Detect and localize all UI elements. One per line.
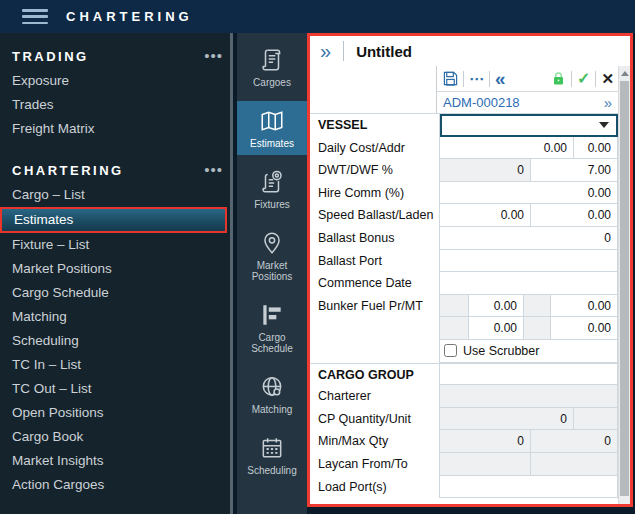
- row-laycan-from-to: Laycan From/To: [310, 453, 618, 476]
- top-bar: CHARTERING: [0, 0, 635, 33]
- lock-icon[interactable]: [551, 71, 566, 86]
- min-max-qty-label: Min/Max Qty: [310, 430, 439, 453]
- rail-label-scheduling: Scheduling: [247, 465, 296, 476]
- section-title-trading: TRADING: [12, 49, 204, 64]
- sidebar-item-exposure[interactable]: Exposure: [0, 69, 233, 93]
- cp-quantity-cell: 0: [440, 408, 574, 431]
- bunker-price-input-2[interactable]: 0.00: [551, 295, 618, 318]
- daily-cost-input[interactable]: 0.00: [440, 137, 574, 160]
- row-hire-comm: Hire Comm (%) 0.00: [310, 182, 618, 205]
- scroll-at-icon: [259, 169, 285, 195]
- cp-quantity-unit-label: CP Quantity/Unit: [310, 408, 439, 431]
- vessel-dropdown[interactable]: [440, 114, 618, 137]
- charterer-label: Charterer: [310, 385, 439, 408]
- sidebar-item-action-cargoes[interactable]: Action Cargoes: [0, 473, 233, 497]
- bunker-price-input-3[interactable]: 0.00: [469, 317, 524, 340]
- sidebar-item-fixture-list[interactable]: Fixture – List: [0, 233, 233, 257]
- rail-item-fixtures[interactable]: Fixtures: [237, 162, 307, 216]
- sidebar-item-tc-in-list[interactable]: TC In – List: [0, 353, 233, 377]
- bunker-price-input-4[interactable]: 0.00: [551, 317, 618, 340]
- chartering-menu-dots-icon[interactable]: •••: [204, 165, 223, 175]
- laycan-from-cell: [440, 453, 531, 476]
- dwf-percent-input[interactable]: 7.00: [531, 159, 618, 182]
- globe-icon: [259, 374, 285, 400]
- close-icon[interactable]: ✕: [601, 70, 614, 88]
- use-scrubber-checkbox[interactable]: [444, 344, 457, 357]
- sidebar-item-trades[interactable]: Trades: [0, 93, 233, 117]
- bunker-type-cell-4: [524, 317, 551, 340]
- panel-header: » Untitled: [310, 36, 630, 66]
- row-load-ports: Load Port(s): [310, 476, 618, 499]
- estimate-reference-link[interactable]: ADM-000218: [443, 95, 604, 110]
- sidebar-item-matching[interactable]: Matching: [0, 305, 233, 329]
- ballast-bonus-label: Ballast Bonus: [310, 227, 439, 250]
- addr-comm-input[interactable]: 0.00: [574, 137, 618, 160]
- dwt-readonly-cell: 0: [440, 159, 531, 182]
- row-ballast-bonus: Ballast Bonus 0: [310, 227, 618, 250]
- speed-ballast-laden-label: Speed Ballast/Laden: [310, 204, 439, 227]
- row-cp-quantity-unit: CP Quantity/Unit 0: [310, 408, 618, 431]
- hire-comm-input[interactable]: 0.00: [440, 182, 618, 205]
- rail-item-market-positions[interactable]: Market Positions: [237, 223, 307, 288]
- rail-item-scheduling[interactable]: Scheduling: [237, 428, 307, 482]
- max-qty-cell: 0: [531, 430, 618, 453]
- bunker-fuel-label-spacer: [310, 317, 439, 340]
- cargo-group-input[interactable]: [440, 364, 618, 386]
- ballast-port-input[interactable]: [440, 250, 618, 273]
- trading-menu-dots-icon[interactable]: •••: [204, 51, 223, 61]
- app-title: CHARTERING: [66, 9, 193, 24]
- sidebar-item-scheduling[interactable]: Scheduling: [0, 329, 233, 353]
- rail-item-cargoes[interactable]: Cargoes: [237, 40, 307, 94]
- ballast-port-label: Ballast Port: [310, 250, 439, 273]
- confirm-icon[interactable]: ✓: [577, 69, 590, 88]
- more-options-icon[interactable]: ⋯: [469, 75, 484, 83]
- row-ballast-port: Ballast Port: [310, 250, 618, 273]
- rail-label-fixtures: Fixtures: [254, 199, 290, 210]
- panel-scrollbar[interactable]: [618, 66, 630, 504]
- sidebar-item-tc-out-list[interactable]: TC Out – List: [0, 377, 233, 401]
- scrollbar-up-arrow-icon[interactable]: [619, 66, 630, 80]
- commence-date-input[interactable]: [440, 272, 618, 295]
- scrollbar-thumb[interactable]: [620, 81, 629, 496]
- vessel-label: VESSEL: [310, 114, 439, 137]
- sidebar-item-market-insights[interactable]: Market Insights: [0, 449, 233, 473]
- load-ports-label: Load Port(s): [310, 476, 439, 499]
- collapse-panel-icon[interactable]: »: [320, 42, 331, 60]
- gantt-chart-icon: [259, 302, 285, 328]
- rail-label-cargoes: Cargoes: [253, 77, 291, 88]
- row-min-max-qty: Min/Max Qty 0 0: [310, 430, 618, 453]
- expand-reference-icon[interactable]: »: [604, 94, 612, 111]
- ballast-bonus-input[interactable]: 0: [440, 227, 618, 250]
- bunker-price-input-1[interactable]: 0.00: [469, 295, 524, 318]
- speed-laden-input[interactable]: 0.00: [531, 204, 618, 227]
- header-divider: [343, 41, 344, 61]
- sidebar-item-market-positions[interactable]: Market Positions: [0, 257, 233, 281]
- row-dwt-dwf: DWT/DWF % 0 7.00: [310, 159, 618, 182]
- row-bunker-fuel-1: Bunker Fuel Pr/MT 0.00 0.00: [310, 295, 618, 318]
- scroll-icon: [259, 47, 285, 73]
- sidebar-item-freight-matrix[interactable]: Freight Matrix: [0, 117, 233, 141]
- cp-unit-cell: [574, 408, 618, 431]
- save-icon[interactable]: [443, 71, 458, 86]
- row-charterer: Charterer: [310, 385, 618, 408]
- chevron-down-icon: [599, 122, 609, 128]
- sidebar-item-open-positions[interactable]: Open Positions: [0, 401, 233, 425]
- sidebar-item-cargo-book[interactable]: Cargo Book: [0, 425, 233, 449]
- rail-label-matching: Matching: [252, 404, 293, 415]
- load-ports-input[interactable]: [440, 476, 618, 499]
- sidebar-item-estimates[interactable]: Estimates: [0, 207, 227, 233]
- collapse-columns-icon[interactable]: «: [495, 71, 506, 87]
- rail-item-cargo-schedule[interactable]: Cargo Schedule: [237, 295, 307, 360]
- sidebar-item-cargo-list[interactable]: Cargo – List: [0, 183, 233, 207]
- rail-item-matching[interactable]: Matching: [237, 367, 307, 421]
- rail-label-cargo-schedule: Cargo Schedule: [239, 332, 305, 354]
- speed-ballast-input[interactable]: 0.00: [440, 204, 531, 227]
- sidebar-item-cargo-schedule[interactable]: Cargo Schedule: [0, 281, 233, 305]
- commence-date-label: Commence Date: [310, 272, 439, 295]
- sidebar: TRADING ••• Exposure Trades Freight Matr…: [0, 33, 233, 514]
- hamburger-menu-icon[interactable]: [22, 9, 48, 24]
- use-scrubber-label-spacer: [310, 340, 439, 363]
- icon-rail: Cargoes Estimates Fixtures: [237, 33, 307, 514]
- rail-item-estimates[interactable]: Estimates: [237, 101, 307, 155]
- calendar-icon: [259, 435, 285, 461]
